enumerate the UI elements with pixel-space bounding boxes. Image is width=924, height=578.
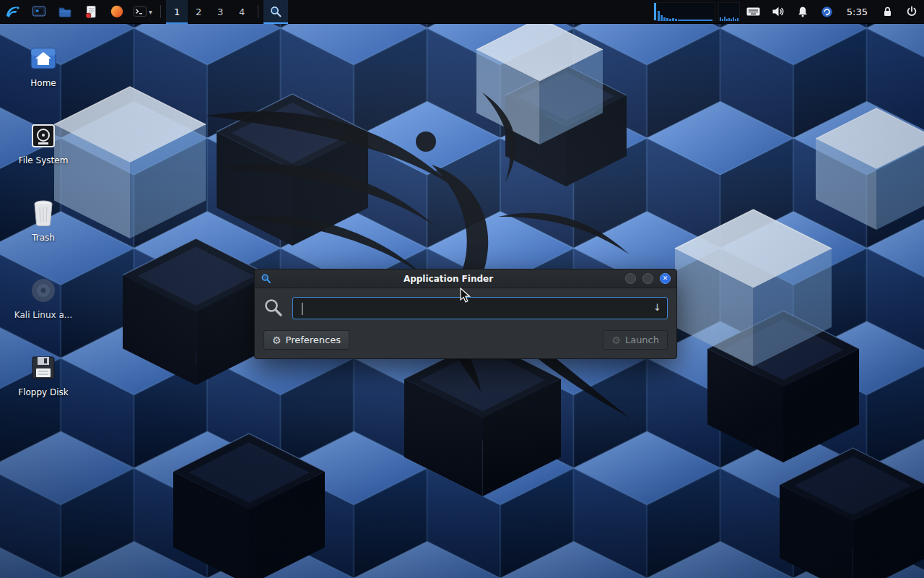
text-editor-icon — [84, 5, 98, 19]
desktop-icon-label: File System — [9, 155, 78, 165]
workspace-3-button[interactable]: 3 — [209, 0, 231, 24]
workspace-4-button[interactable]: 4 — [231, 0, 253, 24]
workspace-1-button[interactable]: 1 — [166, 0, 188, 24]
launch-icon: ⚙ — [611, 335, 621, 346]
speaker-icon — [772, 6, 784, 17]
home-icon — [28, 43, 58, 74]
desktop-icon-label: Trash — [9, 233, 78, 243]
taskbar-application-finder-button[interactable] — [263, 0, 288, 24]
volume-indicator[interactable] — [766, 0, 790, 24]
launch-button[interactable]: ⚙ Launch — [603, 330, 668, 350]
file-system-icon — [29, 121, 58, 150]
terminal-icon — [133, 5, 147, 18]
application-finder-window: Application Finder ✕ ↓ ⚙ — [254, 269, 677, 359]
search-field-container: ↓ — [292, 297, 668, 319]
launch-label: Launch — [625, 335, 659, 345]
workspace-3-label: 3 — [217, 7, 223, 17]
panel-right-group: 5:35 — [652, 0, 924, 24]
updates-indicator[interactable] — [815, 0, 840, 24]
desktop-icon-trash[interactable]: Trash — [9, 197, 78, 243]
text-editor-button[interactable] — [78, 0, 104, 24]
window-icon — [32, 5, 46, 18]
floppy-disk-icon — [29, 353, 58, 382]
cpu-graph-widget[interactable] — [653, 2, 715, 21]
keyboard-icon — [746, 6, 760, 17]
power-icon — [906, 6, 918, 17]
desktop: ▾ 1 2 3 4 — [0, 0, 924, 578]
search-icon — [263, 298, 284, 318]
folder-icon — [58, 5, 72, 18]
window-icon-application-finder — [261, 273, 271, 284]
close-button[interactable]: ✕ — [660, 273, 671, 284]
desktop-icon-kali-linux[interactable]: Kali Linux a... — [9, 274, 78, 320]
firefox-icon — [110, 4, 124, 19]
desktop-icon-label: Kali Linux a... — [9, 310, 78, 320]
application-finder-icon — [269, 5, 282, 18]
workspace-1-label: 1 — [174, 7, 180, 17]
window-title: Application Finder — [271, 274, 625, 284]
update-circle-icon — [821, 6, 833, 18]
close-icon: ✕ — [663, 275, 668, 282]
notifications-indicator[interactable] — [790, 0, 815, 24]
kali-docs-icon — [29, 276, 58, 305]
terminal-launcher[interactable]: ▾ — [130, 0, 155, 24]
screen-lock-indicator[interactable] — [875, 0, 899, 24]
network-graph-icon — [718, 2, 740, 21]
desktop-icon-label: Floppy Disk — [9, 387, 78, 397]
trash-icon — [30, 198, 57, 228]
clock[interactable]: 5:35 — [840, 7, 875, 17]
show-desktop-button[interactable] — [26, 0, 52, 24]
desktop-icon-floppy-disk[interactable]: Floppy Disk — [9, 351, 78, 397]
clock-label: 5:35 — [847, 7, 868, 17]
workspace-4-label: 4 — [239, 7, 245, 17]
mouse-cursor — [459, 288, 474, 303]
firefox-button[interactable] — [104, 0, 130, 24]
preferences-button[interactable]: ⚙ Preferences — [263, 330, 349, 350]
terminal-dropdown-caret-icon[interactable]: ▾ — [149, 8, 152, 16]
panel-separator — [160, 5, 161, 18]
minimize-button[interactable] — [625, 273, 636, 284]
keyboard-layout-indicator[interactable] — [741, 0, 766, 24]
maximize-button[interactable] — [642, 273, 653, 284]
cpu-graph-icon — [653, 2, 715, 21]
workspace-2-label: 2 — [196, 7, 201, 17]
gear-icon: ⚙ — [272, 335, 282, 346]
kali-menu-button[interactable] — [0, 0, 26, 24]
bell-icon — [797, 6, 808, 17]
lock-icon — [882, 6, 893, 17]
preferences-label: Preferences — [286, 335, 341, 345]
desktop-icon-label: Home — [9, 78, 78, 88]
desktop-icon-home[interactable]: Home — [9, 42, 78, 88]
network-graph-widget[interactable] — [718, 2, 740, 21]
top-panel: ▾ 1 2 3 4 — [0, 0, 924, 24]
workspace-2-button[interactable]: 2 — [188, 0, 209, 24]
dropdown-arrow-icon[interactable]: ↓ — [653, 302, 661, 313]
titlebar[interactable]: Application Finder ✕ — [255, 269, 676, 288]
text-caret — [302, 303, 302, 315]
logout-button[interactable] — [899, 0, 924, 24]
panel-separator — [258, 5, 258, 18]
file-manager-button[interactable] — [52, 0, 78, 24]
kali-logo-icon — [4, 4, 22, 20]
desktop-icon-file-system[interactable]: File System — [9, 119, 78, 165]
search-input[interactable] — [293, 298, 667, 319]
